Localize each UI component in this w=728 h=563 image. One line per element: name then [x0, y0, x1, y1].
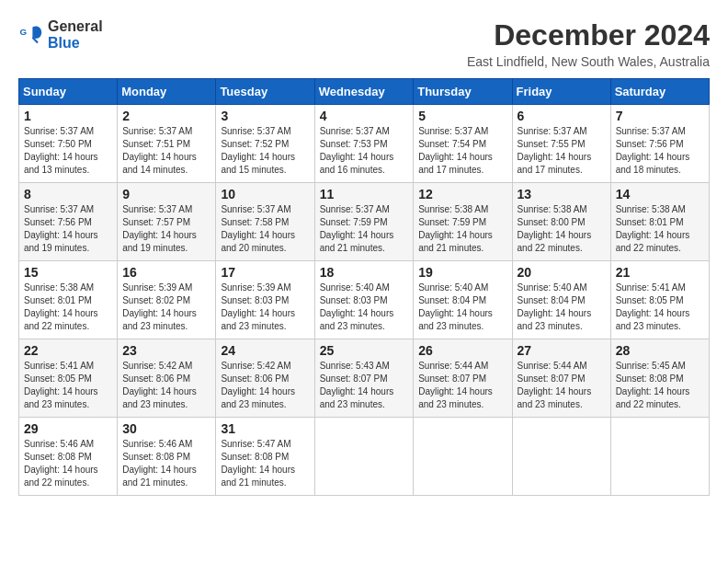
calendar-cell: 18Sunrise: 5:40 AM Sunset: 8:03 PM Dayli… — [314, 261, 414, 339]
day-number: 24 — [221, 343, 309, 358]
calendar-week-row: 15Sunrise: 5:38 AM Sunset: 8:01 PM Dayli… — [19, 261, 710, 339]
day-info: Sunrise: 5:39 AM Sunset: 8:02 PM Dayligh… — [122, 282, 210, 333]
day-number: 25 — [320, 343, 409, 358]
calendar-cell: 8Sunrise: 5:37 AM Sunset: 7:56 PM Daylig… — [19, 183, 118, 261]
day-info: Sunrise: 5:37 AM Sunset: 7:57 PM Dayligh… — [122, 203, 210, 255]
calendar-cell: 2Sunrise: 5:37 AM Sunset: 7:51 PM Daylig… — [118, 105, 216, 183]
day-number: 23 — [122, 343, 210, 358]
calendar-cell — [512, 418, 610, 496]
day-number: 2 — [122, 109, 210, 123]
day-number: 9 — [122, 187, 210, 201]
page-container: G General Blue December 2024 East Lindfi… — [18, 18, 710, 496]
day-number: 11 — [320, 187, 409, 201]
logo: G General Blue — [18, 18, 103, 52]
header-sunday: Sunday — [19, 79, 118, 105]
month-title: December 2024 — [467, 18, 710, 52]
calendar-cell: 11Sunrise: 5:37 AM Sunset: 7:59 PM Dayli… — [314, 183, 414, 261]
day-number: 7 — [616, 109, 704, 123]
calendar-cell: 29Sunrise: 5:46 AM Sunset: 8:08 PM Dayli… — [19, 418, 118, 496]
header: G General Blue December 2024 East Lindfi… — [18, 18, 710, 69]
day-number: 22 — [24, 343, 112, 358]
calendar-cell: 30Sunrise: 5:46 AM Sunset: 8:08 PM Dayli… — [118, 418, 216, 496]
day-number: 3 — [221, 109, 309, 123]
day-info: Sunrise: 5:37 AM Sunset: 7:51 PM Dayligh… — [122, 125, 210, 177]
day-number: 1 — [24, 109, 112, 123]
day-number: 27 — [518, 343, 606, 358]
calendar-cell: 25Sunrise: 5:43 AM Sunset: 8:07 PM Dayli… — [314, 339, 414, 418]
day-number: 16 — [122, 265, 210, 280]
svg-text:G: G — [19, 27, 27, 37]
logo-icon: G — [18, 22, 44, 48]
calendar-cell: 28Sunrise: 5:45 AM Sunset: 8:08 PM Dayli… — [610, 339, 709, 418]
day-info: Sunrise: 5:46 AM Sunset: 8:08 PM Dayligh… — [122, 438, 210, 489]
calendar-table: Sunday Monday Tuesday Wednesday Thursday… — [18, 78, 710, 496]
day-number: 17 — [221, 265, 309, 280]
day-number: 15 — [24, 265, 112, 280]
calendar-cell: 9Sunrise: 5:37 AM Sunset: 7:57 PM Daylig… — [118, 183, 216, 261]
day-info: Sunrise: 5:41 AM Sunset: 8:05 PM Dayligh… — [24, 360, 112, 411]
header-row: Sunday Monday Tuesday Wednesday Thursday… — [19, 79, 710, 105]
calendar-cell: 5Sunrise: 5:37 AM Sunset: 7:54 PM Daylig… — [414, 105, 512, 183]
day-info: Sunrise: 5:37 AM Sunset: 7:59 PM Dayligh… — [320, 203, 409, 255]
day-number: 4 — [320, 109, 409, 123]
day-number: 28 — [616, 343, 704, 358]
day-info: Sunrise: 5:37 AM Sunset: 7:55 PM Dayligh… — [518, 125, 606, 177]
day-info: Sunrise: 5:37 AM Sunset: 7:50 PM Dayligh… — [24, 125, 112, 177]
day-info: Sunrise: 5:37 AM Sunset: 7:56 PM Dayligh… — [616, 125, 704, 177]
day-info: Sunrise: 5:37 AM Sunset: 7:53 PM Dayligh… — [320, 125, 409, 177]
day-info: Sunrise: 5:37 AM Sunset: 7:54 PM Dayligh… — [418, 125, 506, 177]
day-number: 29 — [24, 421, 112, 436]
day-info: Sunrise: 5:43 AM Sunset: 8:07 PM Dayligh… — [320, 360, 409, 411]
day-info: Sunrise: 5:44 AM Sunset: 8:07 PM Dayligh… — [518, 360, 606, 411]
day-info: Sunrise: 5:45 AM Sunset: 8:08 PM Dayligh… — [616, 360, 704, 411]
calendar-week-row: 1Sunrise: 5:37 AM Sunset: 7:50 PM Daylig… — [19, 105, 710, 183]
day-info: Sunrise: 5:42 AM Sunset: 8:06 PM Dayligh… — [221, 360, 309, 411]
calendar-cell — [610, 418, 709, 496]
day-info: Sunrise: 5:40 AM Sunset: 8:04 PM Dayligh… — [518, 282, 606, 333]
day-number: 10 — [221, 187, 309, 201]
header-wednesday: Wednesday — [314, 79, 414, 105]
calendar-cell — [314, 418, 414, 496]
day-number: 6 — [518, 109, 606, 123]
day-number: 12 — [418, 187, 506, 201]
calendar-cell: 12Sunrise: 5:38 AM Sunset: 7:59 PM Dayli… — [414, 183, 512, 261]
calendar-cell: 27Sunrise: 5:44 AM Sunset: 8:07 PM Dayli… — [512, 339, 610, 418]
calendar-cell: 10Sunrise: 5:37 AM Sunset: 7:58 PM Dayli… — [216, 183, 314, 261]
day-number: 30 — [122, 421, 210, 436]
day-info: Sunrise: 5:47 AM Sunset: 8:08 PM Dayligh… — [221, 438, 309, 489]
calendar-cell: 19Sunrise: 5:40 AM Sunset: 8:04 PM Dayli… — [414, 261, 512, 339]
day-info: Sunrise: 5:46 AM Sunset: 8:08 PM Dayligh… — [24, 438, 112, 489]
calendar-week-row: 29Sunrise: 5:46 AM Sunset: 8:08 PM Dayli… — [19, 418, 710, 496]
calendar-cell: 1Sunrise: 5:37 AM Sunset: 7:50 PM Daylig… — [19, 105, 118, 183]
day-number: 21 — [616, 265, 704, 280]
day-info: Sunrise: 5:37 AM Sunset: 7:52 PM Dayligh… — [221, 125, 309, 177]
calendar-cell: 16Sunrise: 5:39 AM Sunset: 8:02 PM Dayli… — [118, 261, 216, 339]
day-info: Sunrise: 5:42 AM Sunset: 8:06 PM Dayligh… — [122, 360, 210, 411]
day-info: Sunrise: 5:41 AM Sunset: 8:05 PM Dayligh… — [616, 282, 704, 333]
header-friday: Friday — [512, 79, 610, 105]
location-title: East Lindfield, New South Wales, Austral… — [467, 54, 710, 69]
header-monday: Monday — [118, 79, 216, 105]
day-number: 19 — [418, 265, 506, 280]
calendar-cell: 7Sunrise: 5:37 AM Sunset: 7:56 PM Daylig… — [610, 105, 709, 183]
calendar-cell: 24Sunrise: 5:42 AM Sunset: 8:06 PM Dayli… — [216, 339, 314, 418]
calendar-cell: 13Sunrise: 5:38 AM Sunset: 8:00 PM Dayli… — [512, 183, 610, 261]
day-number: 13 — [518, 187, 606, 201]
day-number: 20 — [518, 265, 606, 280]
header-saturday: Saturday — [610, 79, 709, 105]
calendar-cell: 23Sunrise: 5:42 AM Sunset: 8:06 PM Dayli… — [118, 339, 216, 418]
calendar-cell: 21Sunrise: 5:41 AM Sunset: 8:05 PM Dayli… — [610, 261, 709, 339]
day-info: Sunrise: 5:40 AM Sunset: 8:03 PM Dayligh… — [320, 282, 409, 333]
day-number: 14 — [616, 187, 704, 201]
day-info: Sunrise: 5:37 AM Sunset: 7:58 PM Dayligh… — [221, 203, 309, 255]
calendar-cell: 6Sunrise: 5:37 AM Sunset: 7:55 PM Daylig… — [512, 105, 610, 183]
calendar-cell: 4Sunrise: 5:37 AM Sunset: 7:53 PM Daylig… — [314, 105, 414, 183]
day-info: Sunrise: 5:38 AM Sunset: 8:01 PM Dayligh… — [24, 282, 112, 333]
day-info: Sunrise: 5:40 AM Sunset: 8:04 PM Dayligh… — [418, 282, 506, 333]
header-thursday: Thursday — [414, 79, 512, 105]
calendar-cell: 31Sunrise: 5:47 AM Sunset: 8:08 PM Dayli… — [216, 418, 314, 496]
calendar-week-row: 22Sunrise: 5:41 AM Sunset: 8:05 PM Dayli… — [19, 339, 710, 418]
calendar-cell: 17Sunrise: 5:39 AM Sunset: 8:03 PM Dayli… — [216, 261, 314, 339]
day-number: 5 — [418, 109, 506, 123]
calendar-cell: 26Sunrise: 5:44 AM Sunset: 8:07 PM Dayli… — [414, 339, 512, 418]
